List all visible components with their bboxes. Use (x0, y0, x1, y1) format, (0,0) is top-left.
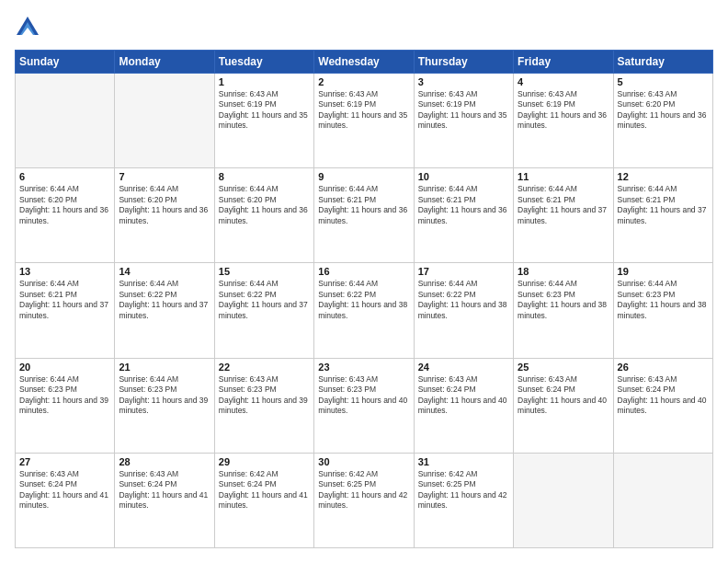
day-info: Sunrise: 6:43 AM Sunset: 6:24 PM Dayligh… (618, 374, 709, 417)
calendar-cell: 2Sunrise: 6:43 AM Sunset: 6:19 PM Daylig… (314, 74, 414, 168)
calendar-cell: 4Sunrise: 6:43 AM Sunset: 6:19 PM Daylig… (514, 74, 613, 168)
day-number: 30 (318, 456, 409, 467)
calendar-cell: 20Sunrise: 6:44 AM Sunset: 6:23 PM Dayli… (16, 358, 115, 453)
calendar-cell: 3Sunrise: 6:43 AM Sunset: 6:19 PM Daylig… (414, 74, 513, 168)
calendar-cell (16, 74, 115, 168)
calendar-cell: 8Sunrise: 6:44 AM Sunset: 6:20 PM Daylig… (214, 168, 313, 263)
day-info: Sunrise: 6:43 AM Sunset: 6:20 PM Dayligh… (618, 89, 709, 132)
day-info: Sunrise: 6:44 AM Sunset: 6:22 PM Dayligh… (318, 279, 409, 321)
weekday-header-row: SundayMondayTuesdayWednesdayThursdayFrid… (16, 51, 713, 74)
calendar-cell: 31Sunrise: 6:42 AM Sunset: 6:25 PM Dayli… (414, 453, 513, 547)
calendar-cell: 21Sunrise: 6:44 AM Sunset: 6:23 PM Dayli… (115, 358, 214, 453)
day-info: Sunrise: 6:43 AM Sunset: 6:19 PM Dayligh… (418, 89, 509, 132)
day-info: Sunrise: 6:44 AM Sunset: 6:20 PM Dayligh… (119, 184, 210, 226)
day-number: 3 (418, 76, 509, 87)
calendar-cell: 30Sunrise: 6:42 AM Sunset: 6:25 PM Dayli… (314, 453, 414, 547)
day-info: Sunrise: 6:43 AM Sunset: 6:24 PM Dayligh… (518, 374, 609, 417)
calendar-cell: 13Sunrise: 6:44 AM Sunset: 6:21 PM Dayli… (16, 263, 115, 358)
day-info: Sunrise: 6:44 AM Sunset: 6:22 PM Dayligh… (418, 279, 509, 321)
day-info: Sunrise: 6:44 AM Sunset: 6:20 PM Dayligh… (219, 184, 310, 226)
calendar-cell: 16Sunrise: 6:44 AM Sunset: 6:22 PM Dayli… (314, 263, 414, 358)
calendar-cell: 18Sunrise: 6:44 AM Sunset: 6:23 PM Dayli… (514, 263, 613, 358)
day-info: Sunrise: 6:44 AM Sunset: 6:21 PM Dayligh… (618, 184, 709, 226)
calendar-cell: 26Sunrise: 6:43 AM Sunset: 6:24 PM Dayli… (613, 358, 712, 453)
calendar-cell: 24Sunrise: 6:43 AM Sunset: 6:24 PM Dayli… (414, 358, 513, 453)
day-number: 4 (518, 76, 609, 87)
calendar-row-2: 6Sunrise: 6:44 AM Sunset: 6:20 PM Daylig… (16, 168, 713, 263)
day-number: 5 (618, 76, 709, 87)
calendar-row-1: 1Sunrise: 6:43 AM Sunset: 6:19 PM Daylig… (16, 74, 713, 168)
header (15, 15, 713, 40)
day-number: 13 (19, 266, 110, 277)
day-number: 29 (219, 456, 310, 467)
day-number: 9 (318, 171, 409, 182)
calendar-cell (115, 74, 214, 168)
day-info: Sunrise: 6:43 AM Sunset: 6:24 PM Dayligh… (119, 469, 210, 511)
calendar-table: SundayMondayTuesdayWednesdayThursdayFrid… (15, 50, 713, 548)
day-info: Sunrise: 6:44 AM Sunset: 6:21 PM Dayligh… (318, 184, 409, 226)
day-number: 11 (518, 171, 609, 182)
day-number: 1 (219, 76, 310, 87)
weekday-header-saturday: Saturday (613, 51, 712, 74)
calendar-cell: 23Sunrise: 6:43 AM Sunset: 6:23 PM Dayli… (314, 358, 414, 453)
day-info: Sunrise: 6:43 AM Sunset: 6:19 PM Dayligh… (318, 89, 409, 132)
weekday-header-wednesday: Wednesday (314, 51, 414, 74)
day-number: 10 (418, 171, 509, 182)
day-number: 6 (19, 171, 110, 182)
day-number: 19 (618, 266, 709, 277)
day-info: Sunrise: 6:43 AM Sunset: 6:24 PM Dayligh… (418, 374, 509, 417)
day-info: Sunrise: 6:42 AM Sunset: 6:25 PM Dayligh… (418, 469, 509, 511)
day-number: 28 (119, 456, 210, 467)
weekday-header-friday: Friday (514, 51, 613, 74)
day-number: 12 (618, 171, 709, 182)
day-info: Sunrise: 6:44 AM Sunset: 6:23 PM Dayligh… (618, 279, 709, 321)
weekday-header-sunday: Sunday (16, 51, 115, 74)
day-number: 15 (219, 266, 310, 277)
day-info: Sunrise: 6:42 AM Sunset: 6:25 PM Dayligh… (318, 469, 409, 511)
weekday-header-thursday: Thursday (414, 51, 513, 74)
calendar-cell: 1Sunrise: 6:43 AM Sunset: 6:19 PM Daylig… (214, 74, 313, 168)
calendar-row-5: 27Sunrise: 6:43 AM Sunset: 6:24 PM Dayli… (16, 453, 713, 547)
day-number: 23 (318, 362, 409, 373)
calendar-cell: 17Sunrise: 6:44 AM Sunset: 6:22 PM Dayli… (414, 263, 513, 358)
day-number: 24 (418, 362, 509, 373)
calendar-cell: 29Sunrise: 6:42 AM Sunset: 6:24 PM Dayli… (214, 453, 313, 547)
day-number: 18 (518, 266, 609, 277)
day-info: Sunrise: 6:44 AM Sunset: 6:21 PM Dayligh… (19, 279, 110, 321)
day-number: 22 (219, 362, 310, 373)
logo-icon (15, 15, 40, 40)
day-number: 17 (418, 266, 509, 277)
day-number: 27 (19, 456, 110, 467)
day-info: Sunrise: 6:43 AM Sunset: 6:19 PM Dayligh… (219, 89, 310, 132)
day-info: Sunrise: 6:43 AM Sunset: 6:23 PM Dayligh… (219, 374, 310, 417)
day-number: 8 (219, 171, 310, 182)
calendar-cell: 22Sunrise: 6:43 AM Sunset: 6:23 PM Dayli… (214, 358, 313, 453)
day-info: Sunrise: 6:44 AM Sunset: 6:21 PM Dayligh… (518, 184, 609, 226)
day-number: 14 (119, 266, 210, 277)
page: SundayMondayTuesdayWednesdayThursdayFrid… (0, 0, 728, 563)
day-number: 20 (19, 362, 110, 373)
day-info: Sunrise: 6:43 AM Sunset: 6:19 PM Dayligh… (518, 89, 609, 132)
day-number: 7 (119, 171, 210, 182)
day-info: Sunrise: 6:42 AM Sunset: 6:24 PM Dayligh… (219, 469, 310, 511)
day-info: Sunrise: 6:43 AM Sunset: 6:24 PM Dayligh… (19, 469, 110, 511)
calendar-cell: 14Sunrise: 6:44 AM Sunset: 6:22 PM Dayli… (115, 263, 214, 358)
calendar-row-4: 20Sunrise: 6:44 AM Sunset: 6:23 PM Dayli… (16, 358, 713, 453)
calendar-cell: 28Sunrise: 6:43 AM Sunset: 6:24 PM Dayli… (115, 453, 214, 547)
day-number: 16 (318, 266, 409, 277)
calendar-row-3: 13Sunrise: 6:44 AM Sunset: 6:21 PM Dayli… (16, 263, 713, 358)
weekday-header-tuesday: Tuesday (214, 51, 313, 74)
calendar-cell: 5Sunrise: 6:43 AM Sunset: 6:20 PM Daylig… (613, 74, 712, 168)
calendar-cell: 19Sunrise: 6:44 AM Sunset: 6:23 PM Dayli… (613, 263, 712, 358)
day-number: 2 (318, 76, 409, 87)
calendar-cell: 12Sunrise: 6:44 AM Sunset: 6:21 PM Dayli… (613, 168, 712, 263)
day-number: 26 (618, 362, 709, 373)
day-info: Sunrise: 6:43 AM Sunset: 6:23 PM Dayligh… (318, 374, 409, 417)
logo (15, 15, 44, 40)
calendar-cell (514, 453, 613, 547)
calendar-cell: 10Sunrise: 6:44 AM Sunset: 6:21 PM Dayli… (414, 168, 513, 263)
calendar-cell: 6Sunrise: 6:44 AM Sunset: 6:20 PM Daylig… (16, 168, 115, 263)
calendar-cell: 27Sunrise: 6:43 AM Sunset: 6:24 PM Dayli… (16, 453, 115, 547)
day-info: Sunrise: 6:44 AM Sunset: 6:23 PM Dayligh… (119, 374, 210, 417)
day-info: Sunrise: 6:44 AM Sunset: 6:23 PM Dayligh… (518, 279, 609, 321)
